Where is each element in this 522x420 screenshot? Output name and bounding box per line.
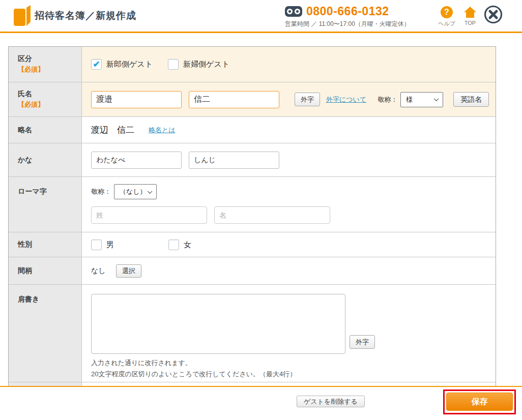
freedial-phone-icon: [285, 6, 302, 17]
kana-label: かな: [18, 156, 81, 165]
romaji-first-input[interactable]: [214, 206, 330, 224]
save-button[interactable]: 保存: [446, 393, 513, 411]
header: 招待客名簿／新規作成 0800-666-0132 営業時間 ／ 11:00〜17…: [0, 0, 522, 32]
relationship-value: なし: [91, 266, 106, 276]
top-label: TOP: [459, 20, 481, 26]
name-label: 氏名: [18, 89, 81, 99]
name-row: 氏名 【必須】 外字 外字について 敬称： 様 英語名: [9, 82, 496, 117]
relationship-row: 間柄 なし 選択: [9, 257, 496, 285]
gaiji-button[interactable]: 外字: [295, 93, 320, 106]
honorific-select[interactable]: 様: [400, 92, 443, 107]
required-badge: 【必須】: [18, 65, 81, 74]
romaji-honorific-select[interactable]: （なし）: [114, 184, 157, 199]
title-textarea[interactable]: [91, 294, 345, 354]
romaji-last-input[interactable]: [91, 206, 207, 224]
top-button[interactable]: TOP: [459, 6, 481, 26]
romaji-label: ローマ字: [18, 187, 81, 196]
help-button[interactable]: ? ヘルプ: [436, 6, 458, 27]
phone-block: 0800-666-0132 営業時間 ／ 11:00〜17:00（月曜・火曜定休…: [285, 5, 410, 28]
help-icon: ?: [441, 6, 453, 18]
save-highlight-annotation: 保存: [443, 389, 516, 414]
business-hours: 営業時間 ／ 11:00〜17:00（月曜・火曜定休）: [285, 20, 410, 28]
gender-label: 性別: [18, 240, 81, 249]
last-kana-input[interactable]: [91, 152, 182, 169]
delete-guest-button[interactable]: ゲストを削除する: [297, 396, 365, 407]
category-row: 区分 【必須】 ✔ 新郎側ゲスト 新婦側ゲスト: [9, 47, 496, 82]
title-gaiji-button[interactable]: 外字: [350, 335, 375, 349]
relationship-label: 間柄: [18, 266, 81, 276]
title-row: 肩書き 外字 入力された通りに改行されます。 20文字程度の区切りのよいところで…: [9, 285, 496, 382]
help-label: ヘルプ: [436, 20, 458, 27]
female-checkbox[interactable]: [168, 239, 179, 250]
title-note-2: 20文字程度の区切りのよいところで改行してください。（最大4行）: [91, 369, 296, 380]
honorific-selected-value: 様: [406, 95, 413, 104]
male-checkbox[interactable]: [91, 239, 102, 250]
chevron-down-icon: [148, 189, 153, 194]
first-name-input[interactable]: [189, 91, 279, 108]
last-name-input[interactable]: [91, 91, 182, 108]
page-title: 招待客名簿／新規作成: [35, 9, 136, 22]
title-label: 肩書き: [18, 295, 81, 304]
romaji-row: ローマ字 敬称： （なし）: [9, 177, 496, 232]
relationship-select-button[interactable]: 選択: [116, 264, 141, 278]
romaji-honorific-label: 敬称：: [91, 187, 111, 196]
romaji-honorific-selected-value: （なし）: [120, 187, 147, 196]
home-icon: [463, 6, 477, 18]
bride-guest-checkbox[interactable]: [168, 59, 179, 70]
gender-row: 性別 男 女: [9, 232, 496, 257]
short-name-value: 渡辺 信二: [91, 124, 134, 136]
first-kana-input[interactable]: [189, 152, 279, 169]
short-name-label: 略名: [18, 126, 81, 135]
bride-guest-label: 新婦側ゲスト: [183, 59, 229, 69]
phone-number: 0800-666-0132: [306, 5, 389, 18]
title-note-1: 入力された通りに改行されます。: [91, 357, 192, 369]
guest-form-page: 招待客名簿／新規作成 0800-666-0132 営業時間 ／ 11:00〜17…: [0, 0, 522, 420]
guest-form-table: 区分 【必須】 ✔ 新郎側ゲスト 新婦側ゲスト 氏名 【必須】 外字 外字につい…: [8, 46, 496, 387]
header-divider: [0, 32, 522, 33]
category-label: 区分: [18, 54, 81, 64]
close-icon[interactable]: [484, 5, 503, 24]
gaiji-about-link[interactable]: 外字について: [326, 95, 366, 104]
required-badge: 【必須】: [18, 100, 81, 109]
check-icon: ✔: [93, 60, 100, 69]
groom-guest-checkbox[interactable]: ✔: [91, 59, 102, 70]
english-name-button[interactable]: 英語名: [453, 92, 489, 107]
groom-guest-label: 新郎側ゲスト: [106, 59, 153, 69]
short-name-about-link[interactable]: 略名とは: [149, 126, 176, 135]
male-label: 男: [106, 240, 114, 250]
kana-row: かな: [9, 143, 496, 177]
chevron-down-icon: [434, 96, 439, 101]
short-name-row: 略名 渡辺 信二 略名とは: [9, 117, 496, 143]
honorific-label: 敬称：: [378, 95, 397, 104]
book-logo-icon: [12, 5, 33, 27]
footer-divider: [0, 386, 522, 387]
female-label: 女: [184, 240, 191, 250]
